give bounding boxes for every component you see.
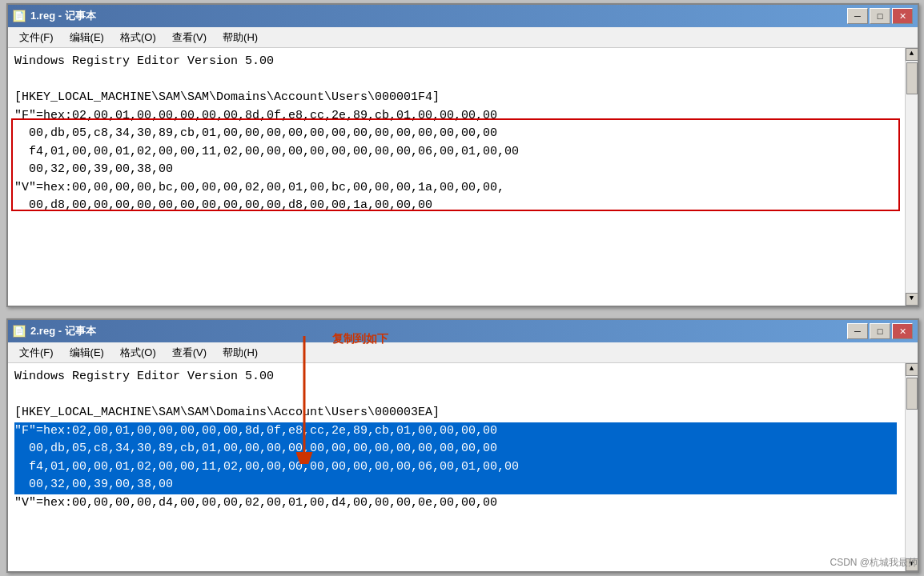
line-1-8: 00,d8,00,00,00,00,00,00,00,00,00,00,d8,0… (14, 197, 897, 215)
line-1-0: Windows Registry Editor Version 5.00 (14, 53, 897, 71)
scroll-up-1[interactable]: ▲ (906, 48, 918, 61)
content-inner-2: Windows Registry Editor Version 5.00 [HK… (14, 368, 911, 512)
close-button-2[interactable]: ✕ (892, 323, 913, 339)
menu-help-1[interactable]: 帮助(H) (215, 29, 266, 46)
window1: 📄 1.reg - 记事本 ─ □ ✕ 文件(F) 编辑(E) 格式(O) 查看… (6, 3, 919, 307)
watermark: CSDN @杭城我最帅 (830, 556, 918, 570)
annotation-text: 复制到如下 (332, 332, 388, 346)
line-2-1 (14, 386, 897, 405)
content-area-1[interactable]: Windows Registry Editor Version 5.00 [HK… (8, 48, 918, 306)
app-icon-2: 📄 (13, 325, 26, 338)
line-2-3: "F"=hex:02,00,01,00,00,00,00,00,8d,0f,e8… (14, 422, 897, 441)
scroll-thumb-2[interactable] (906, 378, 918, 410)
minimize-button-1[interactable]: ─ (847, 8, 868, 24)
scroll-down-1[interactable]: ▼ (906, 293, 918, 306)
titlebar-2: 📄 2.reg - 记事本 ─ □ ✕ (8, 320, 918, 342)
window2: 📄 2.reg - 记事本 ─ □ ✕ 文件(F) 编辑(E) 格式(O) 查看… (6, 318, 919, 573)
menu-format-1[interactable]: 格式(O) (112, 29, 164, 46)
line-1-4: 00,db,05,c8,34,30,89,cb,01,00,00,00,00,0… (14, 125, 897, 143)
scroll-up-2[interactable]: ▲ (906, 363, 918, 376)
menubar-1: 文件(F) 编辑(E) 格式(O) 查看(V) 帮助(H) (8, 27, 918, 48)
line-1-3: "F"=hex:02,00,01,00,00,00,00,00,8d,0f,e8… (14, 107, 897, 126)
menubar-2: 文件(F) 编辑(E) 格式(O) 查看(V) 帮助(H) (8, 342, 918, 363)
close-button-1[interactable]: ✕ (892, 8, 913, 24)
line-1-6: 00,32,00,39,00,38,00 (14, 161, 897, 179)
content-area-2[interactable]: Windows Registry Editor Version 5.00 [HK… (8, 363, 918, 571)
line-2-2: [HKEY_LOCAL_MACHINE\SAM\SAM\Domains\Acco… (14, 404, 897, 422)
line-2-0: Windows Registry Editor Version 5.00 (14, 368, 897, 386)
menu-edit-1[interactable]: 编辑(E) (62, 29, 112, 46)
title-buttons-1: ─ □ ✕ (847, 8, 913, 24)
scrollbar-2[interactable]: ▲ ▼ (905, 363, 918, 571)
window-title-2: 2.reg - 记事本 (30, 324, 96, 338)
line-1-7: "V"=hex:00,00,00,00,bc,00,00,00,02,00,01… (14, 179, 897, 198)
line-2-4: 00,db,05,c8,34,30,89,cb,01,00,00,00,00,0… (14, 440, 897, 458)
content-inner-1: Windows Registry Editor Version 5.00 [HK… (14, 53, 911, 215)
menu-view-2[interactable]: 查看(V) (164, 344, 215, 362)
line-1-1 (14, 71, 897, 90)
app-icon-1: 📄 (13, 10, 26, 22)
arrow-svg (272, 336, 336, 464)
scrollbar-1[interactable]: ▲ ▼ (905, 48, 918, 306)
line-2-7: "V"=hex:00,00,00,00,d4,00,00,00,02,00,01… (14, 494, 897, 513)
menu-edit-2[interactable]: 编辑(E) (62, 344, 112, 362)
line-1-2: [HKEY_LOCAL_MACHINE\SAM\SAM\Domains\Acco… (14, 89, 897, 107)
line-2-6: 00,32,00,39,00,38,00 (14, 476, 897, 494)
maximize-button-1[interactable]: □ (870, 8, 890, 24)
menu-view-1[interactable]: 查看(V) (164, 29, 215, 46)
titlebar-1: 📄 1.reg - 记事本 ─ □ ✕ (8, 5, 918, 27)
title-buttons-2: ─ □ ✕ (847, 323, 913, 339)
menu-file-2[interactable]: 文件(F) (11, 344, 62, 362)
scroll-thumb-1[interactable] (906, 62, 918, 94)
menu-format-2[interactable]: 格式(O) (112, 344, 164, 362)
menu-help-2[interactable]: 帮助(H) (215, 344, 266, 362)
menu-file-1[interactable]: 文件(F) (11, 29, 62, 46)
minimize-button-2[interactable]: ─ (847, 323, 868, 339)
window-title-1: 1.reg - 记事本 (30, 9, 96, 23)
maximize-button-2[interactable]: □ (870, 323, 890, 339)
line-2-5: f4,01,00,00,01,02,00,00,11,02,00,00,00,0… (14, 458, 897, 477)
line-1-5: f4,01,00,00,01,02,00,00,11,02,00,00,00,0… (14, 143, 897, 162)
